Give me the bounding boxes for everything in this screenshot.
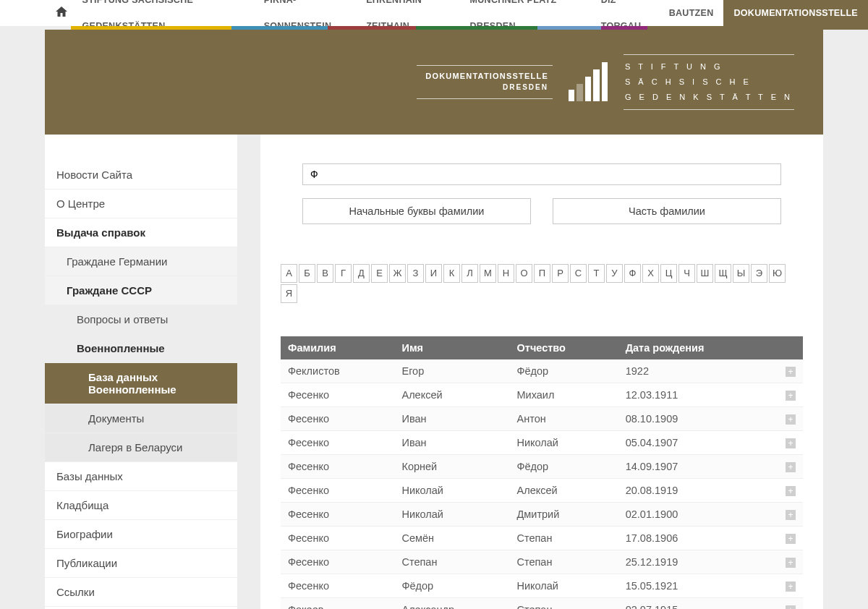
sidebar-item[interactable]: Биографии bbox=[45, 520, 237, 549]
table-row: ФесенкоКорнейФёдор14.09.1907+ bbox=[281, 455, 803, 479]
col-dob: Дата рождения bbox=[618, 336, 778, 359]
letter-Н[interactable]: Н bbox=[498, 264, 514, 283]
letter-Ч[interactable]: Ч bbox=[678, 264, 695, 283]
expand-icon[interactable]: + bbox=[786, 414, 796, 425]
letter-З[interactable]: З bbox=[407, 264, 424, 283]
cell-patronymic: Михаил bbox=[510, 383, 618, 407]
letter-Ы[interactable]: Ы bbox=[733, 264, 749, 283]
cell-surname: Фесенко bbox=[281, 550, 394, 574]
expand-icon[interactable]: + bbox=[786, 391, 796, 401]
expand-icon[interactable]: + bbox=[786, 367, 796, 377]
sidebar-item[interactable]: О Центре bbox=[45, 189, 237, 218]
letter-Е[interactable]: Е bbox=[371, 264, 388, 283]
expand-icon[interactable]: + bbox=[786, 486, 796, 496]
cell-patronymic: Николай bbox=[510, 431, 618, 455]
letter-Ш[interactable]: Ш bbox=[697, 264, 713, 283]
letter-Д[interactable]: Д bbox=[353, 264, 370, 283]
sidebar-item[interactable]: Граждане Германии bbox=[45, 247, 237, 276]
letter-П[interactable]: П bbox=[534, 264, 550, 283]
cell-patronymic: Дмитрий bbox=[510, 503, 618, 527]
letter-М[interactable]: М bbox=[480, 264, 496, 283]
cell-dob: 02.01.1900 bbox=[618, 503, 778, 527]
letter-У[interactable]: У bbox=[606, 264, 623, 283]
letter-Ц[interactable]: Ц bbox=[660, 264, 677, 283]
expand-icon[interactable]: + bbox=[786, 510, 796, 520]
home-icon[interactable] bbox=[51, 7, 72, 20]
table-row: ФесенкоИванАнтон08.10.1909+ bbox=[281, 407, 803, 431]
cell-surname: Фесенко bbox=[281, 574, 394, 598]
letter-Х[interactable]: Х bbox=[642, 264, 659, 283]
header-banner: DOKUMENTATIONSSTELLE DRESDEN S T I F T U… bbox=[45, 30, 823, 135]
expand-icon[interactable]: + bbox=[786, 534, 796, 544]
sidebar-item[interactable]: Ссылки bbox=[45, 578, 237, 607]
cell-dob: 05.04.1907 bbox=[618, 431, 778, 455]
expand-icon[interactable]: + bbox=[786, 462, 796, 472]
cell-surname: Фесенко bbox=[281, 431, 394, 455]
letter-К[interactable]: К bbox=[443, 264, 460, 283]
letter-Б[interactable]: Б bbox=[299, 264, 315, 283]
table-row: ФесенкоФёдорНиколай15.05.1921+ bbox=[281, 574, 803, 598]
letter-С[interactable]: С bbox=[570, 264, 587, 283]
letter-Т[interactable]: Т bbox=[588, 264, 605, 283]
col-surname: Фамилия bbox=[281, 336, 394, 359]
letter-Ю[interactable]: Ю bbox=[769, 264, 786, 283]
cell-name: Семён bbox=[394, 527, 509, 550]
table-row: ФесенкоСемёнСтепан17.08.1906+ bbox=[281, 527, 803, 550]
sidebar-item[interactable]: Базы данных bbox=[45, 462, 237, 491]
cell-surname: Феклистов bbox=[281, 359, 394, 383]
cell-dob: 1922 bbox=[618, 359, 778, 383]
sidebar-item[interactable]: Граждане СССР bbox=[45, 276, 237, 305]
nav-bautzen[interactable]: BAUTZEN bbox=[659, 0, 724, 26]
letter-Ж[interactable]: Ж bbox=[389, 264, 406, 283]
letter-И[interactable]: И bbox=[425, 264, 442, 283]
btn-part[interactable]: Часть фамилии bbox=[553, 198, 781, 224]
table-row: ФесенкоАлексейМихаил12.03.1911+ bbox=[281, 383, 803, 407]
alphabet-filter: АБВГДЕЖЗИКЛМНОПРСТУФХЦЧШЩЫЭЮЯ bbox=[281, 264, 803, 303]
sidebar-item[interactable]: Лагеря в Беларуси bbox=[45, 433, 237, 462]
nav-dokustelle[interactable]: DOKUMENTATIONSSTELLE bbox=[723, 0, 868, 26]
cell-name: Фёдор bbox=[394, 574, 509, 598]
expand-icon[interactable]: + bbox=[786, 582, 796, 592]
letter-Щ[interactable]: Щ bbox=[715, 264, 731, 283]
cell-patronymic: Антон bbox=[510, 407, 618, 431]
table-row: ФесенкоСтепанСтепан25.12.1919+ bbox=[281, 550, 803, 574]
expand-icon[interactable]: + bbox=[786, 605, 796, 609]
cell-surname: Фесенко bbox=[281, 455, 394, 479]
table-row: ФесенкоИванНиколай05.04.1907+ bbox=[281, 431, 803, 455]
logo2-line3: G E D E N K S T Ä T T E N bbox=[625, 90, 793, 105]
col-patronymic: Отчество bbox=[510, 336, 618, 359]
sidebar-item[interactable]: Публикации bbox=[45, 549, 237, 578]
table-row: ФесенкоНиколайДмитрий02.01.1900+ bbox=[281, 503, 803, 527]
letter-Э[interactable]: Э bbox=[751, 264, 767, 283]
cell-name: Иван bbox=[394, 407, 509, 431]
top-nav: STIFTUNG SÄCHSISCHE GEDENKSTÄTTEN PIRNA-… bbox=[0, 0, 868, 26]
surname-input[interactable] bbox=[302, 163, 781, 185]
btn-initials[interactable]: Начальные буквы фамилии bbox=[302, 198, 531, 224]
letter-В[interactable]: В bbox=[317, 264, 333, 283]
letter-Л[interactable]: Л bbox=[461, 264, 478, 283]
sidebar-item[interactable]: Военнопленные bbox=[45, 334, 237, 363]
cell-patronymic: Степан bbox=[510, 527, 618, 550]
sidebar-item[interactable]: Выдача справок bbox=[45, 218, 237, 247]
cell-surname: Фокеев bbox=[281, 598, 394, 610]
expand-icon[interactable]: + bbox=[786, 438, 796, 448]
table-row: ФокеевАлександрСтепан02.07.1915+ bbox=[281, 598, 803, 610]
sidebar-item[interactable]: Документы bbox=[45, 404, 237, 433]
sidebar-item[interactable]: База данных Военнопленные bbox=[45, 363, 237, 404]
expand-icon[interactable]: + bbox=[786, 558, 796, 568]
logo-dokustelle: DOKUMENTATIONSSTELLE DRESDEN bbox=[417, 65, 553, 100]
sidebar-item[interactable]: Кладбища bbox=[45, 491, 237, 520]
cell-name: Иван bbox=[394, 431, 509, 455]
sidebar-item[interactable]: Вопросы и ответы bbox=[45, 305, 237, 334]
letter-А[interactable]: А bbox=[281, 264, 297, 283]
sidebar-item[interactable]: Новости Сайта bbox=[45, 161, 237, 189]
cell-dob: 20.08.1919 bbox=[618, 479, 778, 503]
logo2-line2: S Ä C H S I S C H E bbox=[625, 74, 793, 90]
letter-Ф[interactable]: Ф bbox=[624, 264, 641, 283]
letter-Р[interactable]: Р bbox=[552, 264, 569, 283]
letter-О[interactable]: О bbox=[516, 264, 532, 283]
letter-Я[interactable]: Я bbox=[281, 284, 297, 303]
cell-name: Николай bbox=[394, 503, 509, 527]
search-form: Начальные буквы фамилии Часть фамилии bbox=[302, 163, 781, 224]
letter-Г[interactable]: Г bbox=[335, 264, 352, 283]
